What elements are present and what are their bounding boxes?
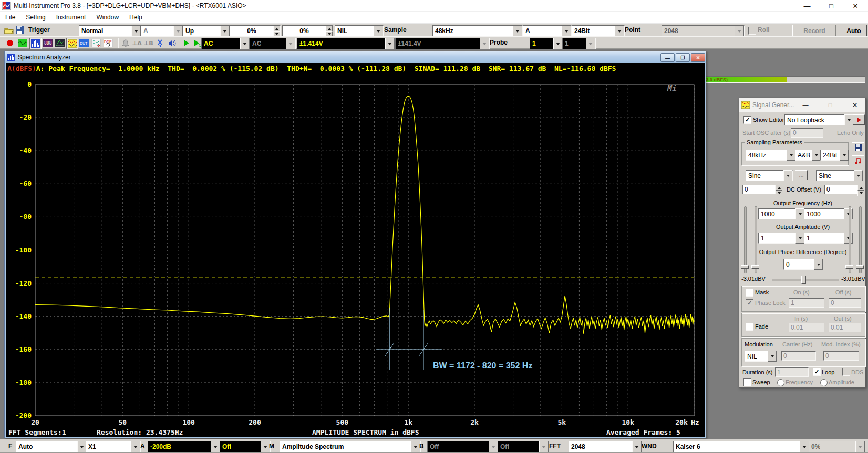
- fft-size-select[interactable]: 2048: [569, 441, 642, 452]
- dc-offset-b-stepper[interactable]: [857, 185, 864, 194]
- spectrum-maximize-button[interactable]: ❐: [676, 53, 690, 62]
- down-arrow-icon[interactable]: [776, 191, 782, 196]
- dropdown-arrow-icon[interactable]: [800, 441, 809, 452]
- up-arrow-icon[interactable]: [326, 26, 333, 31]
- output-phase-select[interactable]: 0: [783, 259, 823, 270]
- signal-generator-icon[interactable]: [66, 38, 78, 49]
- zoom-select[interactable]: X1: [86, 441, 141, 452]
- dropdown-arrow-icon[interactable]: [768, 351, 777, 362]
- level-slider-a-left[interactable]: [744, 206, 747, 273]
- auto-button[interactable]: Auto: [841, 25, 867, 37]
- loop-checkbox[interactable]: ✓: [813, 368, 821, 376]
- probe-a-select[interactable]: 1: [530, 38, 563, 49]
- menu-help[interactable]: Help: [124, 14, 148, 21]
- modulation-type-select[interactable]: NIL: [745, 351, 777, 362]
- level-slider-a-right[interactable]: [755, 206, 757, 273]
- hpf-select[interactable]: NIL: [335, 25, 384, 37]
- trigger-mode-select[interactable]: Normal: [79, 25, 141, 37]
- siggen-minimize-button[interactable]: —: [801, 101, 810, 109]
- maximize-button[interactable]: □: [821, 0, 842, 12]
- coupling-a-select[interactable]: AC: [201, 38, 250, 49]
- dropdown-arrow-icon[interactable]: [840, 150, 849, 161]
- slider-handle[interactable]: [856, 265, 864, 269]
- dropdown-arrow-icon[interactable]: [374, 25, 383, 37]
- dropdown-arrow-icon[interactable]: [480, 38, 489, 49]
- show-editor-checkbox[interactable]: ✓: [743, 116, 751, 124]
- sample-bits-select[interactable]: 24Bit: [572, 25, 625, 37]
- output-frequency-a-select[interactable]: 1000: [758, 208, 805, 219]
- multimeter-icon[interactable]: 888: [42, 38, 53, 48]
- minimize-button[interactable]: —: [797, 0, 818, 12]
- run-icon[interactable]: [181, 38, 192, 48]
- slider-handle[interactable]: [751, 265, 759, 269]
- spectrum-window-titlebar[interactable]: Spectrum Analyzer ▬ ❐ ✕: [5, 51, 706, 63]
- range-a-bottom-select[interactable]: -200dB: [148, 441, 221, 452]
- range-a-select[interactable]: ±1.414V: [297, 38, 395, 49]
- spinner-buttons[interactable]: [273, 26, 280, 36]
- dut-icon[interactable]: DUT: [78, 38, 89, 48]
- dropdown-arrow-icon[interactable]: [735, 25, 744, 37]
- dropdown-arrow-icon[interactable]: [586, 38, 595, 49]
- window-function-select[interactable]: Kaiser 6: [673, 441, 810, 452]
- ddp-viewer-icon[interactable]: DDP: [102, 38, 113, 48]
- oscilloscope-icon[interactable]: [17, 38, 28, 48]
- dropdown-arrow-icon[interactable]: [539, 441, 549, 452]
- sweep-checkbox[interactable]: [743, 378, 751, 386]
- dropdown-arrow-icon[interactable]: [173, 25, 183, 37]
- up-arrow-icon[interactable]: [857, 185, 864, 191]
- dropdown-arrow-icon[interactable]: [553, 38, 563, 49]
- spinner-buttons[interactable]: [326, 26, 333, 36]
- close-button[interactable]: ✕: [845, 0, 866, 12]
- ref-a-select[interactable]: Off: [220, 441, 271, 452]
- freq-axis-select[interactable]: Auto: [16, 441, 87, 452]
- trigger-edge-select[interactable]: Up: [183, 25, 230, 37]
- dropdown-arrow-icon[interactable]: [812, 150, 821, 161]
- slider-handle[interactable]: [741, 265, 749, 269]
- dropdown-arrow-icon[interactable]: [844, 114, 853, 125]
- siggen-midi-button[interactable]: [852, 155, 864, 166]
- siggen-sample-rate-select[interactable]: 48kHz: [746, 150, 796, 161]
- signal-generator-titlebar[interactable]: Signal Gener... — □ ✕: [739, 98, 865, 112]
- dropdown-arrow-icon[interactable]: [632, 441, 642, 452]
- dropdown-arrow-icon[interactable]: [615, 25, 624, 37]
- record-icon[interactable]: [4, 38, 15, 48]
- dropdown-arrow-icon[interactable]: [814, 259, 823, 270]
- probe-calibration-icon[interactable]: [155, 38, 166, 48]
- sample-channel-select[interactable]: A: [523, 25, 572, 37]
- siggen-bits-select[interactable]: 24Bit: [820, 150, 849, 161]
- dropdown-arrow-icon[interactable]: [220, 25, 230, 37]
- loopback-select[interactable]: No Loopback: [784, 114, 854, 125]
- dropdown-arrow-icon[interactable]: [385, 38, 395, 49]
- siggen-close-button[interactable]: ✕: [851, 101, 859, 109]
- waveform-b-select[interactable]: Sine: [816, 170, 863, 181]
- dropdown-arrow-icon[interactable]: [795, 233, 804, 244]
- dropdown-arrow-icon[interactable]: [286, 38, 295, 49]
- dropdown-arrow-icon[interactable]: [131, 25, 141, 37]
- down-arrow-icon[interactable]: [857, 191, 864, 196]
- fade-checkbox[interactable]: [746, 323, 753, 331]
- dropdown-arrow-icon[interactable]: [562, 25, 571, 37]
- dropdown-arrow-icon[interactable]: [240, 38, 250, 49]
- trigger-level-stepper[interactable]: 0%: [230, 25, 281, 37]
- siggen-channels-select[interactable]: A&B: [795, 150, 821, 161]
- output-amplitude-a-select[interactable]: 1: [758, 233, 805, 244]
- save-icon[interactable]: [16, 26, 24, 34]
- sample-rate-select[interactable]: 48kHz: [432, 25, 523, 37]
- spectrum-close-button[interactable]: ✕: [691, 53, 705, 62]
- dropdown-arrow-icon[interactable]: [795, 208, 804, 219]
- spectrum-chart[interactable]: MiBW = 1172 - 820 = 352 Hz20501002005001…: [6, 63, 705, 437]
- dropdown-arrow-icon[interactable]: [783, 170, 792, 181]
- open-file-icon[interactable]: [4, 26, 14, 34]
- sound-output-icon[interactable]: [167, 38, 178, 48]
- dropdown-arrow-icon[interactable]: [489, 441, 498, 452]
- menu-file[interactable]: File: [0, 14, 20, 21]
- siggen-run-button[interactable]: [853, 114, 865, 125]
- level-slider-b-right[interactable]: [859, 206, 862, 273]
- spectrum-mode-select[interactable]: Amplitude Spectrum: [280, 441, 421, 452]
- menu-window[interactable]: Window: [91, 14, 124, 21]
- dc-offset-a-input[interactable]: [742, 185, 776, 194]
- menu-instrument[interactable]: Instrument: [51, 14, 91, 21]
- waveform-a-select[interactable]: Sine: [746, 170, 793, 181]
- dropdown-arrow-icon[interactable]: [131, 441, 140, 452]
- up-arrow-icon[interactable]: [776, 185, 782, 191]
